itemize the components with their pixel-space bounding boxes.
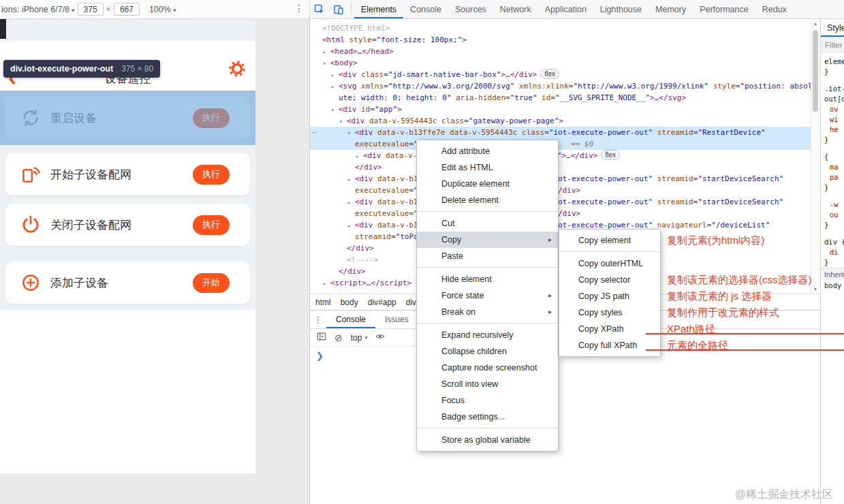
menu-item-copy-element[interactable]: Copy element复制元素(为html内容) [559, 232, 660, 249]
overflow-menu-icon[interactable]: ⋯ [312, 127, 317, 138]
menu-item-copy-styles[interactable]: Copy styles复制作用于改元素的样式 [559, 304, 660, 321]
code-line[interactable]: ▾<body> [310, 57, 811, 69]
menu-item-capture-node-screenshot[interactable]: Capture node screenshot [417, 360, 558, 376]
style-rule-fragment[interactable]: } [824, 220, 844, 230]
menu-item-expand-recursively[interactable]: Expand recursively [417, 327, 558, 343]
twisty-icon[interactable]: ▸ [331, 81, 339, 93]
execute-button[interactable]: 执行 [193, 165, 230, 185]
viewport-height-input[interactable] [114, 3, 140, 16]
twisty-icon[interactable]: ▾ [331, 104, 339, 116]
menu-item-hide-element[interactable]: Hide element [417, 271, 558, 287]
style-rule-fragment[interactable]: { [824, 152, 844, 162]
scrollbar-thumb[interactable] [813, 30, 818, 112]
tab-issues[interactable]: Issues [375, 311, 418, 328]
style-rule-fragment[interactable]: ov [824, 104, 844, 114]
style-rule-fragment[interactable]: di [824, 247, 844, 257]
code-line[interactable]: ute; width: 0; height: 0" aria-hidden="t… [310, 92, 811, 104]
clear-console-icon[interactable]: ⊘ [334, 333, 343, 343]
tab-network[interactable]: Network [493, 0, 538, 18]
styles-filter-input[interactable]: Filter [821, 37, 844, 52]
code-line[interactable]: ▸<div data-v-b13ffe7e data-v-5954443c cl… [310, 173, 811, 185]
style-rule-fragment[interactable]: } [824, 183, 844, 193]
settings-gear-icon[interactable] [228, 60, 246, 78]
tab-redux[interactable]: Redux [755, 0, 794, 18]
menu-item-edit-as-html[interactable]: Edit as HTML [417, 159, 558, 176]
menu-item-copy-selector[interactable]: Copy selector复制该元素的选择器(css选择器) [559, 272, 660, 288]
tab-lighthouse[interactable]: Lighthouse [593, 0, 648, 18]
menu-item-force-state[interactable]: Force state▸ [417, 287, 558, 304]
tab-console[interactable]: Console [403, 0, 448, 18]
elements-scrollbar[interactable]: ▲ ▼ [811, 19, 819, 294]
scroll-up-icon[interactable]: ▲ [811, 21, 819, 26]
style-rule-fragment[interactable]: } [824, 257, 844, 268]
style-rule-fragment[interactable]: out[d [824, 94, 844, 104]
style-rule-fragment[interactable] [824, 77, 844, 84]
twisty-icon[interactable]: ▸ [323, 46, 330, 58]
list-item-add-subdevice[interactable]: 添加子设备 开始 [5, 262, 250, 304]
menu-item-break-on[interactable]: Break on▸ [417, 304, 558, 320]
list-item-start-pairing[interactable]: 开始子设备配网 执行 [5, 153, 250, 195]
breadcrumb-item[interactable]: html [315, 298, 331, 307]
breadcrumb-item[interactable]: body [341, 298, 358, 307]
code-line[interactable]: ▸<div data-v-b13ffe7e data-v-5954443c cl… [310, 196, 811, 208]
style-rule-fragment[interactable]: } [824, 67, 844, 77]
tab-sources[interactable]: Sources [448, 0, 493, 18]
tab-memory[interactable]: Memory [648, 0, 693, 18]
start-button[interactable]: 开始 [193, 273, 230, 293]
code-line[interactable]: ▸<svg xmlns="http://www.w3.org/2000/svg"… [310, 80, 811, 92]
zoom-select[interactable]: 100%▾ [149, 5, 176, 14]
twisty-icon[interactable]: ▸ [347, 174, 355, 185]
code-line[interactable]: executevalue="{ deviceSearchTime: 25500 … [310, 185, 811, 196]
tab-performance[interactable]: Performance [693, 0, 755, 18]
menu-item-paste[interactable]: Paste [417, 248, 558, 264]
twisty-icon[interactable]: ▸ [347, 220, 355, 232]
style-rule-fragment[interactable]: body [824, 281, 844, 291]
style-rule-fragment[interactable]: eleme [824, 57, 844, 67]
breadcrumb-item[interactable]: div#app [368, 298, 396, 307]
style-rule-fragment[interactable]: -w [824, 200, 844, 210]
menu-item-focus[interactable]: Focus [417, 392, 558, 409]
menu-item-badge-settings-[interactable]: Badge settings... [417, 409, 558, 425]
tab-application[interactable]: Application [538, 0, 593, 18]
style-rule-fragment[interactable]: } [824, 135, 844, 145]
tab-styles[interactable]: Styles [821, 19, 844, 37]
menu-item-copy-outerhtml[interactable]: Copy outerHTML [559, 255, 660, 272]
style-rule-fragment[interactable]: ou [824, 210, 844, 220]
code-line[interactable]: <!DOCTYPE html> [310, 22, 811, 34]
code-line[interactable]: ▸<head>…</head> [310, 46, 811, 57]
twisty-icon[interactable]: ▸ [347, 197, 355, 208]
menu-item-add-attribute[interactable]: Add attribute [417, 143, 558, 159]
twisty-icon[interactable]: ▸ [331, 69, 339, 81]
menu-item-store-as-global-variable[interactable]: Store as global variable [417, 432, 558, 448]
style-rule-fragment[interactable] [824, 193, 844, 200]
device-toolbar-menu-icon[interactable]: ⋮ [294, 3, 304, 14]
code-line[interactable]: executevalue="1">== $0 [310, 138, 811, 150]
style-rule-fragment[interactable]: pa [824, 172, 844, 183]
style-rule-fragment[interactable]: div { [824, 237, 844, 247]
menu-item-scroll-into-view[interactable]: Scroll into view [417, 376, 558, 392]
console-sidebar-icon[interactable] [317, 332, 326, 344]
style-rule-fragment[interactable]: Inherited [821, 268, 844, 281]
tab-elements[interactable]: Elements [354, 0, 403, 18]
menu-item-cut[interactable]: Cut [417, 215, 558, 232]
code-line[interactable]: </div> [310, 161, 811, 173]
twisty-icon[interactable]: ▾ [347, 127, 355, 139]
twisty-icon[interactable]: ▾ [339, 116, 347, 127]
scroll-down-icon[interactable]: ▼ [811, 287, 819, 292]
toggle-device-toolbar-icon[interactable] [329, 0, 348, 18]
twisty-icon[interactable]: ▾ [323, 58, 330, 69]
code-line[interactable]: ▸<div class="jd-smart-native-bar-box">…<… [310, 69, 811, 80]
menu-item-duplicate-element[interactable]: Duplicate element [417, 176, 558, 192]
tab-console[interactable]: Console [326, 311, 375, 328]
viewport-width-input[interactable] [78, 3, 104, 16]
style-rule-fragment[interactable] [824, 230, 844, 237]
live-expression-eye-icon[interactable] [375, 332, 385, 344]
code-line[interactable]: ▾<div data-v-5954443c class="gateway-pow… [310, 115, 811, 127]
list-item-stop-pairing[interactable]: 关闭子设备配网 执行 [5, 204, 250, 246]
device-preset-select[interactable]: ions: iPhone 6/7/8▾ [1, 5, 75, 14]
inspect-element-icon[interactable] [310, 0, 329, 18]
style-rule-fragment[interactable]: ma [824, 162, 844, 172]
menu-item-copy-full-xpath[interactable]: Copy full XPath元素的全路径 [559, 337, 660, 353]
flex-badge[interactable]: flex [601, 150, 620, 160]
flex-badge[interactable]: flex [540, 69, 559, 79]
